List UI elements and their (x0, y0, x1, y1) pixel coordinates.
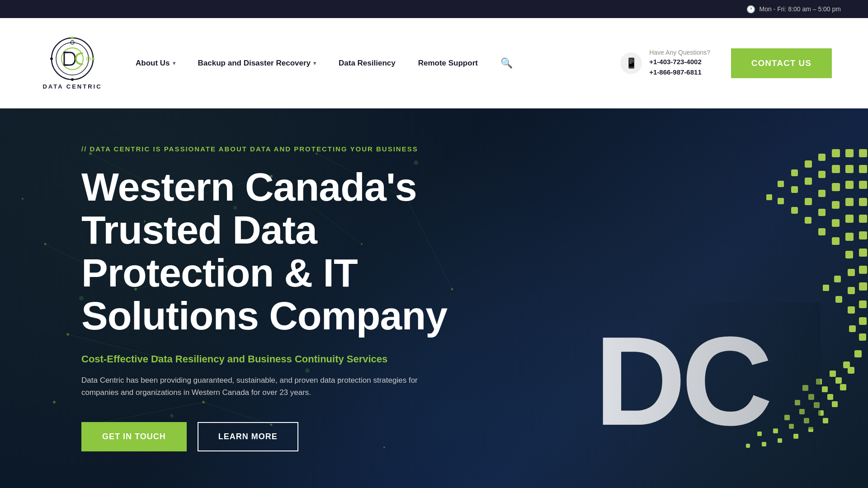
logo-text: DATA CENTRIC (42, 83, 102, 90)
svg-rect-91 (854, 350, 862, 357)
svg-rect-57 (791, 186, 798, 193)
hero-title: Western Canada's Trusted Data Protection… (81, 165, 511, 337)
svg-rect-119 (594, 303, 821, 429)
svg-rect-58 (778, 198, 784, 204)
svg-rect-90 (859, 333, 866, 341)
svg-rect-79 (859, 266, 867, 274)
svg-rect-45 (845, 149, 854, 157)
svg-rect-102 (827, 394, 833, 400)
svg-point-34 (22, 198, 24, 200)
svg-point-4 (92, 57, 94, 60)
svg-rect-98 (822, 386, 828, 392)
svg-rect-85 (835, 296, 842, 303)
main-nav: About Us ▾ Backup and Disaster Recovery … (136, 57, 593, 69)
header: DATA CENTRIC About Us ▾ Backup and Disas… (0, 18, 868, 108)
svg-rect-78 (845, 251, 853, 258)
svg-rect-65 (859, 198, 867, 206)
hero-content: // DATA CENTRIC IS PASSIONATE ABOUT DATA… (81, 145, 511, 452)
svg-rect-80 (848, 269, 855, 276)
business-hours: Mon - Fri: 8:00 am – 5:00 pm (759, 5, 841, 13)
svg-rect-69 (805, 217, 811, 224)
hero-buttons: GET IN TOUCH LEARN MORE (81, 422, 511, 451)
svg-rect-55 (818, 171, 826, 178)
svg-rect-74 (859, 231, 867, 239)
svg-rect-87 (848, 306, 855, 314)
get-in-touch-button[interactable]: GET IN TOUCH (81, 422, 187, 451)
dc-pattern-svg: DC (506, 140, 868, 456)
svg-rect-84 (848, 287, 855, 294)
svg-rect-97 (835, 377, 842, 384)
svg-rect-106 (832, 401, 838, 407)
hero-tagline: // DATA CENTRIC IS PASSIONATE ABOUT DATA… (81, 145, 511, 153)
svg-rect-82 (823, 285, 829, 291)
svg-rect-71 (845, 215, 854, 223)
svg-rect-44 (859, 149, 867, 157)
top-bar-content: 🕐 Mon - Fri: 8:00 am – 5:00 pm (746, 5, 841, 14)
nav-data-resiliency[interactable]: Data Resiliency (339, 59, 396, 68)
dc-logo-pattern: DC (506, 140, 868, 456)
hero-section: DC // DATA CENTRIC IS PASSIONATE ABOUT D… (0, 108, 868, 488)
svg-point-37 (53, 401, 56, 404)
svg-point-5 (71, 78, 74, 81)
phone-number-1[interactable]: +1-403-723-4002 (649, 57, 710, 67)
svg-rect-61 (832, 183, 840, 191)
svg-rect-89 (849, 325, 856, 332)
svg-rect-56 (805, 178, 812, 185)
svg-rect-68 (818, 209, 826, 216)
svg-rect-81 (834, 276, 841, 282)
svg-rect-73 (818, 228, 826, 235)
search-button[interactable]: 🔍 (500, 57, 513, 69)
phone-number-2[interactable]: +1-866-987-6811 (649, 67, 710, 78)
svg-rect-50 (778, 181, 784, 187)
svg-rect-62 (818, 190, 826, 197)
svg-point-26 (66, 333, 69, 336)
svg-rect-59 (859, 181, 867, 189)
svg-rect-52 (859, 165, 867, 173)
svg-point-1 (56, 42, 89, 75)
contact-label: Have Any Questions? (649, 49, 710, 56)
svg-rect-76 (832, 237, 840, 245)
svg-point-3 (71, 37, 74, 39)
hero-description: Data Centric has been providing guarante… (81, 374, 425, 399)
contact-text: Have Any Questions? +1-403-723-4002 +1-8… (649, 49, 710, 77)
svg-rect-115 (778, 438, 782, 443)
svg-rect-64 (791, 207, 798, 214)
logo-svg (50, 36, 95, 81)
nav-about[interactable]: About Us ▾ (136, 59, 175, 68)
clock-icon: 🕐 (746, 5, 755, 14)
svg-rect-67 (832, 201, 840, 209)
svg-rect-70 (859, 215, 867, 223)
svg-rect-49 (791, 169, 798, 176)
svg-rect-96 (848, 367, 854, 374)
svg-rect-93 (830, 371, 836, 377)
phone-icon: 📱 (620, 52, 642, 74)
hero-subtitle: Cost-Effective Data Resiliency and Busin… (81, 353, 511, 365)
svg-point-6 (50, 57, 53, 60)
svg-rect-86 (859, 300, 867, 308)
svg-rect-72 (832, 219, 840, 227)
svg-rect-75 (845, 233, 854, 241)
top-bar: 🕐 Mon - Fri: 8:00 am – 5:00 pm (0, 0, 868, 18)
svg-rect-53 (845, 165, 854, 173)
svg-rect-83 (859, 282, 867, 291)
nav-remote-support[interactable]: Remote Support (418, 59, 478, 68)
svg-rect-112 (823, 418, 828, 423)
backup-dropdown-arrow: ▾ (313, 60, 316, 66)
svg-rect-60 (845, 181, 854, 189)
svg-rect-46 (832, 149, 840, 157)
svg-rect-63 (805, 198, 812, 205)
about-dropdown-arrow: ▾ (173, 60, 175, 66)
svg-rect-51 (766, 194, 772, 200)
logo-area[interactable]: DATA CENTRIC (36, 36, 108, 90)
svg-rect-88 (859, 317, 867, 325)
svg-rect-54 (832, 165, 840, 173)
contact-us-button[interactable]: CONTACT US (731, 48, 832, 78)
learn-more-button[interactable]: LEARN MORE (198, 422, 298, 451)
svg-rect-101 (840, 384, 846, 390)
svg-rect-114 (793, 434, 798, 439)
contact-info: 📱 Have Any Questions? +1-403-723-4002 +1… (620, 48, 832, 78)
svg-rect-47 (818, 154, 826, 161)
svg-rect-77 (859, 249, 867, 257)
nav-backup[interactable]: Backup and Disaster Recovery ▾ (198, 59, 316, 68)
svg-rect-66 (845, 198, 854, 206)
